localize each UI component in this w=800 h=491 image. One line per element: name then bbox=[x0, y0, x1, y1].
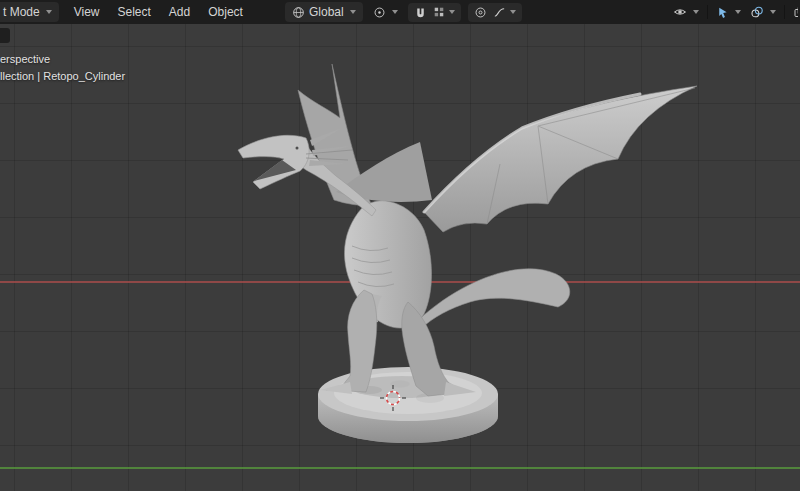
menu-add[interactable]: Add bbox=[160, 2, 199, 22]
menu-select[interactable]: Select bbox=[108, 2, 159, 22]
show-overlays-toggle[interactable] bbox=[747, 2, 779, 22]
snap-target-icon bbox=[433, 6, 445, 18]
chevron-down-icon bbox=[46, 10, 52, 14]
dragon-tail bbox=[414, 269, 570, 328]
gizmo-arrow-icon bbox=[716, 6, 729, 19]
proportional-editing-toggle[interactable] bbox=[474, 6, 487, 19]
falloff-dropdown[interactable] bbox=[493, 6, 516, 19]
dragon-model[interactable] bbox=[238, 64, 697, 396]
menu-view[interactable]: View bbox=[65, 2, 109, 22]
falloff-curve-icon bbox=[493, 6, 506, 19]
snap-group bbox=[408, 3, 461, 22]
proportional-editing-icon bbox=[474, 6, 487, 19]
divider bbox=[784, 5, 785, 19]
object-visibility-dropdown[interactable] bbox=[670, 2, 702, 22]
header-center-group: Global bbox=[285, 0, 522, 24]
snap-toggle[interactable] bbox=[414, 6, 427, 19]
divider bbox=[707, 5, 708, 19]
chevron-down-icon bbox=[693, 10, 699, 14]
viewport-3d[interactable]: erspective llection | Retopo_Cylinder bbox=[0, 24, 800, 491]
object-visibility-eye-icon bbox=[673, 5, 687, 19]
scene-svg bbox=[0, 24, 800, 491]
pedestal-base[interactable] bbox=[318, 367, 498, 443]
proportional-group bbox=[468, 3, 522, 22]
chevron-down-icon bbox=[770, 10, 776, 14]
snap-magnet-icon bbox=[414, 6, 427, 19]
menubar: View Select Add Object bbox=[65, 2, 252, 22]
show-gizmos-toggle[interactable] bbox=[713, 3, 744, 22]
chevron-down-icon bbox=[510, 10, 516, 14]
viewport-header: t Mode View Select Add Object Global bbox=[0, 0, 800, 24]
dragon-right-wing bbox=[424, 86, 697, 232]
overlays-icon bbox=[750, 5, 764, 19]
menu-object[interactable]: Object bbox=[199, 2, 252, 22]
xray-toggle-icon bbox=[793, 5, 798, 19]
mode-dropdown[interactable]: t Mode bbox=[0, 2, 59, 22]
orientation-label: Global bbox=[309, 5, 344, 19]
chevron-down-icon bbox=[392, 10, 398, 14]
chevron-down-icon bbox=[449, 10, 455, 14]
pivot-point-icon bbox=[373, 6, 386, 19]
orientation-globe-icon bbox=[292, 6, 305, 19]
header-left-group: t Mode View Select Add Object bbox=[0, 0, 252, 24]
transform-orientation-dropdown[interactable]: Global bbox=[285, 2, 363, 22]
mode-dropdown-label: t Mode bbox=[3, 5, 40, 19]
chevron-down-icon bbox=[735, 10, 741, 14]
pivot-point-dropdown[interactable] bbox=[370, 3, 401, 22]
header-right-group bbox=[670, 0, 798, 24]
xray-toggle[interactable] bbox=[790, 2, 798, 22]
snap-target-dropdown[interactable] bbox=[433, 6, 455, 18]
chevron-down-icon bbox=[350, 10, 356, 14]
